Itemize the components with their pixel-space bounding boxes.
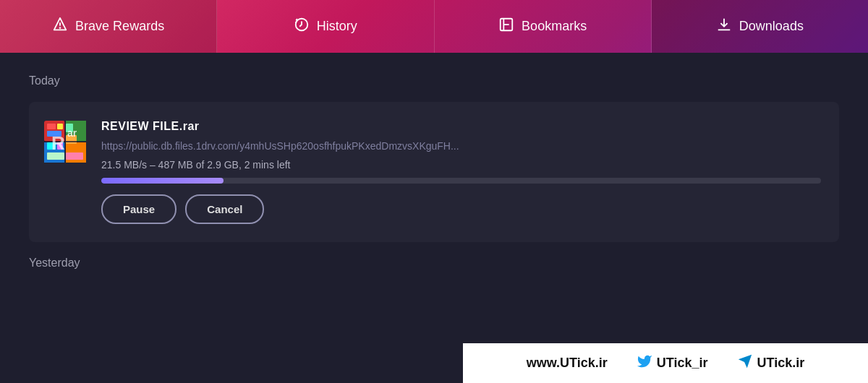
brave-rewards-icon [52, 17, 68, 36]
file-url: https://public.db.files.1drv.com/y4mhUsS… [101, 140, 821, 152]
nav-item-downloads[interactable]: Downloads [652, 0, 868, 53]
telegram-icon [737, 353, 753, 373]
twitter-icon [637, 353, 652, 373]
watermark-twitter: UTick_ir [637, 353, 708, 373]
download-card: R ar REVIEW FILE.rar https://public.db.f… [29, 102, 839, 242]
watermark-bar: www.UTick.ir UTick_ir UTick.ir [463, 343, 868, 383]
nav-item-brave-rewards[interactable]: Brave Rewards [0, 0, 217, 53]
navigation-bar: Brave Rewards History Bookmarks [0, 0, 868, 53]
main-content: Today [0, 53, 868, 383]
telegram-label: UTick.ir [757, 356, 805, 371]
history-icon [294, 17, 310, 36]
site-label: www.UTick.ir [527, 356, 608, 371]
downloads-label: Downloads [739, 19, 804, 34]
download-info: REVIEW FILE.rar https://public.db.files.… [101, 120, 821, 224]
file-name: REVIEW FILE.rar [101, 120, 821, 133]
twitter-label: UTick_ir [657, 356, 708, 371]
action-buttons: Pause Cancel [101, 194, 821, 224]
watermark-telegram: UTick.ir [737, 353, 805, 373]
watermark-site: www.UTick.ir [527, 356, 608, 371]
today-section-title: Today [29, 74, 839, 87]
bookmarks-label: Bookmarks [522, 19, 587, 34]
file-icon: R ar [43, 120, 87, 163]
svg-rect-20 [66, 152, 83, 160]
nav-item-history[interactable]: History [217, 0, 434, 53]
svg-text:ar: ar [67, 127, 77, 139]
progress-bar-fill [101, 178, 224, 184]
cancel-button[interactable]: Cancel [185, 194, 264, 224]
bookmarks-icon [498, 17, 514, 36]
svg-text:R: R [51, 132, 65, 154]
svg-rect-12 [47, 124, 56, 129]
pause-button[interactable]: Pause [101, 194, 176, 224]
download-stats: 21.5 MB/s – 487 MB of 2.9 GB, 2 mins lef… [101, 159, 821, 171]
downloads-icon [716, 17, 732, 36]
history-label: History [317, 19, 357, 34]
brave-rewards-label: Brave Rewards [75, 19, 164, 34]
nav-item-bookmarks[interactable]: Bookmarks [435, 0, 652, 53]
svg-point-2 [60, 27, 61, 28]
progress-bar-container [101, 178, 821, 184]
svg-rect-13 [57, 124, 63, 129]
yesterday-section-title: Yesterday [29, 257, 839, 270]
